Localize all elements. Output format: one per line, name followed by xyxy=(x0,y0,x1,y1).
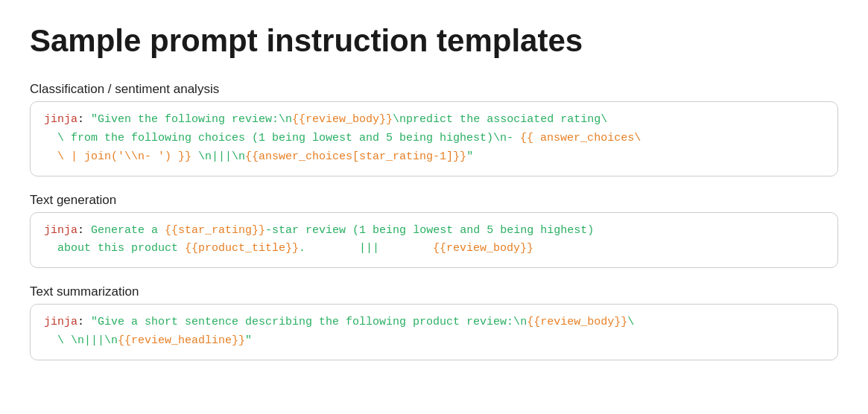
gen-template-1: {{star_rating}} xyxy=(165,224,265,237)
string-content: "Given the following review:\n xyxy=(91,113,292,126)
colon: : xyxy=(77,113,91,126)
template-var: {{review_body}} xyxy=(292,113,393,126)
colon-2: : xyxy=(77,224,91,237)
gen-string-3: . ||| xyxy=(299,242,433,255)
string-content-3: \n|||\n xyxy=(191,150,245,163)
text-summarization-section: Text summarization jinja: "Give a short … xyxy=(30,284,838,360)
page-title: Sample prompt instruction templates xyxy=(30,22,838,60)
classification-label: Classification / sentiment analysis xyxy=(30,82,838,97)
classification-section: Classification / sentiment analysis jinj… xyxy=(30,82,838,176)
jinja-keyword-2: jinja xyxy=(44,224,77,237)
text-summarization-label: Text summarization xyxy=(30,284,838,299)
sum-template-2: {{review_headline}} xyxy=(118,334,245,347)
gen-template-3: {{review_body}} xyxy=(433,242,533,255)
sum-string-1: "Give a short sentence describing the fo… xyxy=(91,316,527,328)
text-generation-label: Text generation xyxy=(30,193,838,208)
sum-template-1: {{review_body}} xyxy=(527,316,627,328)
classification-code: jinja: "Given the following review:\n{{r… xyxy=(30,101,838,176)
string-end: " xyxy=(466,150,473,163)
template-var-3: {{answer_choices[star_rating-1]}} xyxy=(245,150,466,163)
colon-3: : xyxy=(77,316,91,328)
gen-string-1: Generate a xyxy=(91,224,165,237)
text-summarization-code: jinja: "Give a short sentence describing… xyxy=(30,304,838,360)
jinja-keyword-3: jinja xyxy=(44,316,77,328)
text-generation-code: jinja: Generate a {{star_rating}}-star r… xyxy=(30,212,838,269)
jinja-keyword: jinja xyxy=(44,113,77,126)
sum-string-end: " xyxy=(245,334,252,347)
gen-template-2: {{product_title}} xyxy=(185,242,299,255)
text-generation-section: Text generation jinja: Generate a {{star… xyxy=(30,193,838,269)
